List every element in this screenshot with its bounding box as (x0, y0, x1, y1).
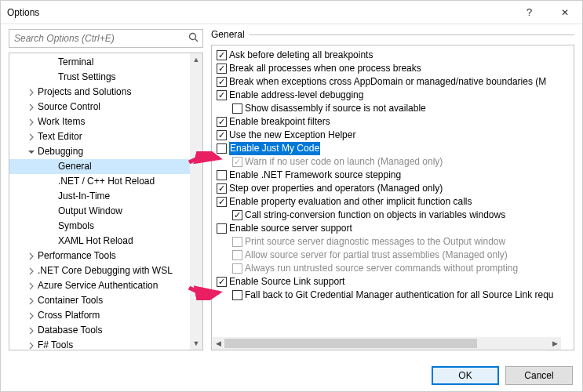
tree-item[interactable]: Source Control (9, 100, 202, 114)
setting-row[interactable]: Enable Just My Code (215, 142, 572, 155)
chevron-down-icon[interactable] (27, 147, 36, 157)
left-panel: TerminalTrust SettingsProjects and Solut… (9, 29, 203, 350)
scroll-left-icon[interactable]: ◀ (212, 337, 224, 350)
tree-item[interactable]: XAML Hot Reload (9, 234, 202, 249)
checkbox[interactable] (217, 223, 227, 234)
checkbox[interactable] (217, 197, 227, 207)
chevron-right-icon[interactable] (27, 326, 36, 336)
checkbox[interactable] (217, 130, 227, 140)
scroll-up-icon[interactable]: ▲ (190, 53, 202, 66)
chevron-right-icon[interactable] (27, 267, 36, 276)
window-title: Options (7, 7, 512, 18)
setting-label: Step over properties and operators (Mana… (229, 182, 443, 195)
tree-item[interactable]: Performance Tools (9, 249, 202, 263)
setting-label: Use the new Exception Helper (229, 129, 355, 142)
setting-row[interactable]: Use the new Exception Helper (215, 129, 572, 142)
tree-item[interactable]: Symbols (9, 219, 202, 234)
setting-row[interactable]: Call string-conversion function on objec… (215, 209, 572, 222)
setting-label: Ask before deleting all breakpoints (229, 49, 373, 62)
setting-label: Break when exceptions cross AppDomain or… (229, 75, 546, 89)
cancel-button[interactable]: Cancel (505, 366, 573, 385)
tree-item[interactable]: Container Tools (9, 293, 202, 308)
content-area: TerminalTrust SettingsProjects and Solut… (1, 24, 582, 355)
tree-item[interactable]: Terminal (9, 55, 202, 70)
tree-item[interactable]: Output Window (9, 204, 202, 219)
tree-scrollbar[interactable]: ▲ ▼ (190, 53, 202, 350)
checkbox[interactable] (232, 103, 242, 114)
tree-item[interactable]: Just-In-Time (9, 189, 202, 204)
titlebar: Options ? ✕ (1, 1, 582, 24)
help-button[interactable]: ? (512, 1, 547, 24)
search-icon[interactable] (185, 32, 202, 45)
checkbox[interactable] (217, 77, 227, 87)
button-bar: OK Cancel (1, 355, 582, 391)
setting-row[interactable]: Enable property evaluation and other imp… (215, 195, 572, 209)
tree-item[interactable]: Cross Platform (9, 308, 202, 323)
setting-label: Warn if no user code on launch (Managed … (245, 155, 443, 169)
setting-label: Fall back to Git Credential Manager auth… (245, 289, 554, 302)
checkbox[interactable] (232, 290, 242, 300)
checkbox[interactable] (217, 90, 227, 100)
tree-item[interactable]: Work Items (9, 114, 202, 129)
setting-row[interactable]: Break when exceptions cross AppDomain or… (215, 75, 572, 89)
chevron-right-icon[interactable] (27, 296, 36, 306)
chevron-right-icon[interactable] (27, 88, 36, 97)
tree-item[interactable]: Azure Service Authentication (9, 278, 202, 293)
ok-button[interactable]: OK (432, 366, 499, 385)
chevron-right-icon[interactable] (27, 311, 36, 321)
tree-item[interactable]: Debugging (9, 144, 202, 159)
setting-row[interactable]: Enable .NET Framework source stepping (215, 169, 572, 182)
tree-item-label: Symbols (58, 219, 94, 234)
search-box[interactable] (9, 29, 203, 48)
chevron-right-icon[interactable] (27, 103, 36, 112)
tree-item-label: Database Tools (38, 323, 103, 338)
checkbox[interactable] (217, 170, 227, 180)
scroll-down-icon[interactable]: ▼ (190, 337, 202, 350)
horizontal-scrollbar[interactable]: ◀ ▶ (212, 337, 561, 350)
scroll-right-icon[interactable]: ▶ (548, 337, 561, 350)
close-button[interactable]: ✕ (547, 1, 582, 24)
tree-item[interactable]: F# Tools (9, 338, 202, 350)
tree-item[interactable]: Text Editor (9, 129, 202, 144)
checkbox[interactable] (217, 64, 227, 74)
tree-item-label: Debugging (38, 144, 83, 159)
divider (250, 34, 574, 35)
setting-label: Show disassembly if source is not availa… (245, 102, 426, 115)
setting-label: Enable breakpoint filters (229, 115, 330, 129)
chevron-right-icon[interactable] (27, 341, 36, 350)
tree-item[interactable]: General (9, 159, 202, 174)
search-input[interactable] (9, 33, 185, 44)
tree-item-label: .NET Core Debugging with WSL (38, 263, 173, 278)
checkbox[interactable] (217, 277, 227, 287)
chevron-right-icon[interactable] (27, 132, 36, 142)
setting-row[interactable]: Step over properties and operators (Mana… (215, 182, 572, 195)
setting-row[interactable]: Fall back to Git Credential Manager auth… (215, 289, 572, 302)
setting-row[interactable]: Enable source server support (215, 222, 572, 235)
chevron-right-icon[interactable] (27, 281, 36, 291)
tree-item[interactable]: .NET Core Debugging with WSL (9, 263, 202, 278)
tree-item[interactable]: .NET / C++ Hot Reload (9, 174, 202, 189)
checkbox[interactable] (217, 50, 227, 60)
tree-item[interactable]: Trust Settings (9, 70, 202, 85)
setting-row[interactable]: Enable breakpoint filters (215, 115, 572, 129)
setting-row[interactable]: Ask before deleting all breakpoints (215, 49, 572, 62)
checkbox[interactable] (217, 183, 227, 194)
checkbox[interactable] (217, 117, 227, 127)
tree-item-label: Performance Tools (38, 249, 116, 263)
setting-row[interactable]: Show disassembly if source is not availa… (215, 102, 572, 115)
checkbox[interactable] (232, 210, 242, 220)
scrollbar-thumb[interactable] (224, 339, 477, 348)
setting-row[interactable]: Enable address-level debugging (215, 89, 572, 102)
tree-item[interactable]: Database Tools (9, 323, 202, 338)
tree-item-label: Cross Platform (38, 308, 100, 323)
setting-row[interactable]: Break all processes when one process bre… (215, 62, 572, 75)
chevron-right-icon[interactable] (27, 118, 36, 127)
setting-row: Always run untrusted source server comma… (215, 262, 572, 275)
setting-row[interactable]: Enable Source Link support (215, 275, 572, 289)
tree-item-label: XAML Hot Reload (58, 234, 133, 249)
svg-line-1 (195, 38, 199, 42)
checkbox[interactable] (217, 143, 227, 154)
category-tree[interactable]: TerminalTrust SettingsProjects and Solut… (9, 53, 203, 350)
chevron-right-icon[interactable] (27, 252, 36, 261)
tree-item[interactable]: Projects and Solutions (9, 85, 202, 100)
